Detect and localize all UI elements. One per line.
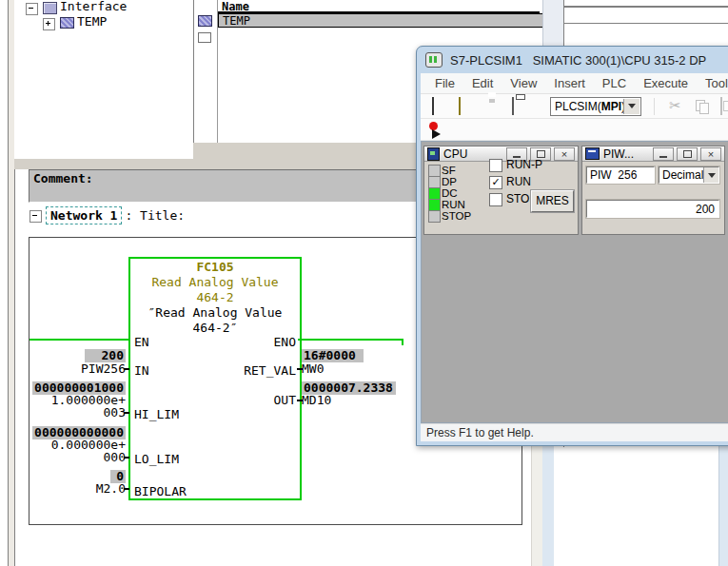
fc105-block[interactable]: FC105 Read Analog Value 464-2 ″Read Anal… <box>128 257 302 500</box>
operand-in[interactable]: PIW256 <box>31 362 126 375</box>
paste-button[interactable] <box>720 98 728 114</box>
combo-dropdown-button[interactable] <box>623 99 639 114</box>
copy-button[interactable] <box>694 98 710 114</box>
operand-bipolar[interactable]: M2.0 <box>31 482 126 495</box>
open-file-button[interactable] <box>459 98 475 114</box>
port-en: EN <box>134 336 149 348</box>
plcsim-toolbar-row2 <box>421 119 728 141</box>
operand-out[interactable]: MD10 <box>302 394 406 406</box>
led-label-run: RUN <box>442 199 465 210</box>
block-symbol-line1: Read Analog Value <box>130 276 300 289</box>
plcsim-window-title: S7-PLCSIM1 SIMATIC 300(1)\CPU 315-2 DP <box>450 53 706 68</box>
window-border-strip <box>542 444 554 566</box>
port-bipolar: BIPOLAR <box>134 485 187 498</box>
network-collapse-box[interactable] <box>30 210 42 223</box>
piw-restore-button[interactable] <box>677 147 698 161</box>
menu-tools[interactable]: Tools <box>697 73 728 93</box>
menu-insert[interactable]: Insert <box>545 73 594 93</box>
piw-value-field[interactable]: 200 <box>586 200 719 218</box>
menu-file[interactable]: File <box>426 73 463 93</box>
temp-section-icon <box>60 17 74 29</box>
wire-in <box>124 368 129 370</box>
cpu-panel[interactable]: CPU × SF DP DC RUN STOP R <box>423 146 579 235</box>
check-icon: ✓ <box>490 177 502 187</box>
led-label-dp: DP <box>442 176 457 187</box>
plcsim-titlebar[interactable]: S7-PLCSIM1 SIMATIC 300(1)\CPU 315-2 DP <box>417 47 728 73</box>
network-header: Network 1 : Title: <box>46 206 185 224</box>
cpu-close-button[interactable]: × <box>554 147 575 161</box>
block-name-line1: ″Read Analog Value <box>130 306 300 320</box>
plcsim-menubar: File Edit View Insert PLC Execute Tools … <box>421 73 728 94</box>
menu-plc[interactable]: PLC <box>594 73 635 93</box>
menu-execute[interactable]: Execute <box>635 73 697 93</box>
new-file-button[interactable] <box>432 98 448 114</box>
port-lo-lim: LO_LIM <box>134 453 179 465</box>
piw-format-value: Decimal <box>662 168 703 182</box>
piw-panel-titlebar[interactable]: PIW... × <box>582 146 724 162</box>
restore-icon <box>683 150 692 158</box>
plcsim-toolbar: PLCSIM(MPI) ✂ <box>421 94 728 119</box>
rail-end-tick <box>402 339 403 345</box>
led-label-stop: STOP <box>442 210 471 222</box>
table-row-temp[interactable]: TEMP <box>218 13 543 28</box>
port-out: OUT <box>274 394 296 406</box>
wire-hi-lim <box>124 412 129 414</box>
port-ret-val: RET_VAL <box>244 364 296 377</box>
pane-row-line <box>564 23 728 24</box>
monitor-toggle-button[interactable] <box>427 121 444 138</box>
pane-header-line <box>564 6 728 8</box>
menu-edit[interactable]: Edit <box>463 73 502 93</box>
operand-hi-lim-line2[interactable]: 003 <box>31 406 126 419</box>
checkbox-stop[interactable] <box>489 193 502 206</box>
piw-panel[interactable]: PIW... × PIW 256 Decimal 200 <box>581 146 725 235</box>
piw-format-dropdown-button[interactable] <box>703 167 718 183</box>
restore-icon <box>537 150 545 158</box>
network-title-label[interactable]: : Title: <box>122 206 185 224</box>
interface-combobox[interactable]: PLCSIM(MPI) <box>550 97 641 116</box>
piw-close-button[interactable]: × <box>700 147 721 161</box>
port-eno: ENO <box>274 336 296 348</box>
plcsim-mdi-area: CPU × SF DP DC RUN STOP R <box>421 141 728 423</box>
combo-value: PLCSIM(MPI) <box>555 100 625 113</box>
right-edge-strip <box>718 444 728 566</box>
led-stop <box>428 210 441 223</box>
checkbox-run[interactable]: ✓ <box>489 176 502 189</box>
cut-button[interactable]: ✂ <box>667 98 683 114</box>
block-fc-number: FC105 <box>130 261 300 274</box>
menu-view[interactable]: View <box>502 73 545 93</box>
wire-lo-lim <box>124 457 129 459</box>
row-declaration-icon <box>198 15 212 27</box>
tree-item-interface[interactable]: Interface <box>60 0 127 13</box>
print-button[interactable] <box>512 98 528 114</box>
piw-address-input[interactable]: PIW 256 <box>586 166 655 184</box>
tree-expand-box[interactable] <box>43 18 55 30</box>
toolbar-separator <box>654 98 655 115</box>
piw-minimize-button[interactable] <box>653 147 674 161</box>
tree-collapse-box[interactable] <box>26 3 38 15</box>
checkbox-run-p[interactable] <box>489 159 502 172</box>
wire-bipolar <box>124 488 129 490</box>
save-button[interactable] <box>485 98 502 114</box>
checkbox-label-run-p[interactable]: RUN-P <box>506 159 542 171</box>
monitor-value-in: 200 <box>31 349 126 362</box>
declaration-tree-pane[interactable]: Interface TEMP <box>14 0 193 160</box>
minimize-icon <box>659 156 667 158</box>
mres-button[interactable]: MRES <box>531 190 574 212</box>
led-label-dc: DC <box>442 187 458 199</box>
piw-format-select[interactable]: Decimal <box>659 166 719 184</box>
network-label[interactable]: Network 1 <box>46 206 122 224</box>
plcsim-statusbar: Press F1 to get Help. <box>421 423 728 441</box>
status-text: Press F1 to get Help. <box>426 426 534 439</box>
operand-lo-lim-line2[interactable]: 000 <box>31 451 126 463</box>
operand-ret-val[interactable]: MW0 <box>302 362 406 375</box>
tree-item-temp[interactable]: TEMP <box>77 15 107 29</box>
block-name-line2: 464-2″ <box>130 322 300 335</box>
plcsim-client-area: File Edit View Insert PLC Execute Tools … <box>421 73 728 441</box>
plcsim-window[interactable]: S7-PLCSIM1 SIMATIC 300(1)\CPU 315-2 DP F… <box>416 46 728 446</box>
checkbox-label-run[interactable]: RUN <box>506 176 531 188</box>
piw-panel-icon <box>585 147 600 160</box>
monitor-value-ret-val: 16#0000 <box>302 349 406 362</box>
rail-left <box>30 339 128 341</box>
screen: Interface TEMP Name TEMP Comment: Networ… <box>0 0 728 566</box>
port-hi-lim: HI_LIM <box>134 408 179 420</box>
